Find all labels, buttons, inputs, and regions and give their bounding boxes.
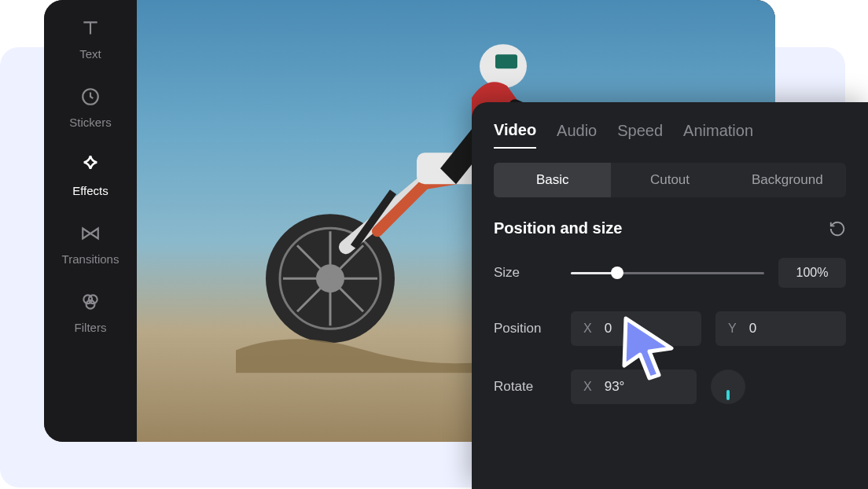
filters-icon: [79, 291, 101, 313]
section-header: Position and size: [494, 219, 846, 237]
position-row: Position X 0 Y 0: [494, 311, 846, 346]
sidebar-item-label: Text: [79, 47, 101, 61]
sidebar: Text Stickers Effects Transitions Filter: [44, 0, 137, 442]
x-label: X: [583, 380, 592, 394]
sidebar-item-label: Transitions: [62, 252, 120, 266]
position-y-input[interactable]: Y 0: [715, 311, 846, 346]
sidebar-item-transitions[interactable]: Transitions: [44, 222, 137, 266]
rotate-x-input[interactable]: X 93°: [571, 370, 697, 404]
properties-panel: Video Audio Speed Animation Basic Cutout…: [472, 102, 868, 489]
sidebar-item-text[interactable]: Text: [44, 17, 137, 61]
size-row: Size 100%: [494, 258, 846, 288]
rotate-x-value: 93°: [605, 379, 625, 395]
subtab-background[interactable]: Background: [729, 163, 846, 197]
svg-point-3: [86, 300, 95, 309]
sidebar-item-filters[interactable]: Filters: [44, 291, 137, 334]
svg-rect-22: [495, 54, 517, 68]
clock-icon: [79, 86, 101, 108]
sidebar-item-effects[interactable]: Effects: [44, 154, 137, 197]
sidebar-item-stickers[interactable]: Stickers: [44, 86, 137, 129]
size-value[interactable]: 100%: [778, 258, 846, 288]
subtab-cutout[interactable]: Cutout: [611, 163, 728, 197]
tab-video[interactable]: Video: [494, 121, 536, 149]
tab-audio[interactable]: Audio: [557, 122, 597, 148]
tab-speed[interactable]: Speed: [617, 122, 663, 148]
sidebar-item-label: Filters: [75, 321, 107, 334]
position-x-value: 0: [605, 321, 612, 336]
rotate-dial[interactable]: [711, 370, 745, 404]
y-label: Y: [728, 322, 737, 336]
sidebar-item-label: Stickers: [69, 116, 111, 129]
tab-animation[interactable]: Animation: [683, 122, 753, 148]
rotate-row: Rotate X 93°: [494, 370, 846, 404]
size-slider[interactable]: [571, 272, 764, 274]
dial-indicator: [726, 390, 730, 400]
transitions-icon: [79, 222, 101, 244]
rotate-label: Rotate: [494, 379, 557, 395]
position-x-input[interactable]: X 0: [571, 311, 701, 346]
size-label: Size: [494, 265, 557, 281]
subtab-basic[interactable]: Basic: [494, 163, 611, 197]
text-icon: [79, 17, 101, 39]
size-slider-thumb[interactable]: [611, 267, 623, 279]
section-title: Position and size: [494, 219, 622, 237]
sidebar-item-label: Effects: [72, 184, 108, 197]
top-tabs: Video Audio Speed Animation: [494, 121, 846, 149]
x-label: X: [583, 322, 592, 336]
sub-tabs: Basic Cutout Background: [494, 163, 846, 197]
star-icon: [79, 154, 101, 176]
reset-icon[interactable]: [829, 220, 846, 237]
position-y-value: 0: [749, 321, 756, 336]
position-label: Position: [494, 321, 557, 336]
